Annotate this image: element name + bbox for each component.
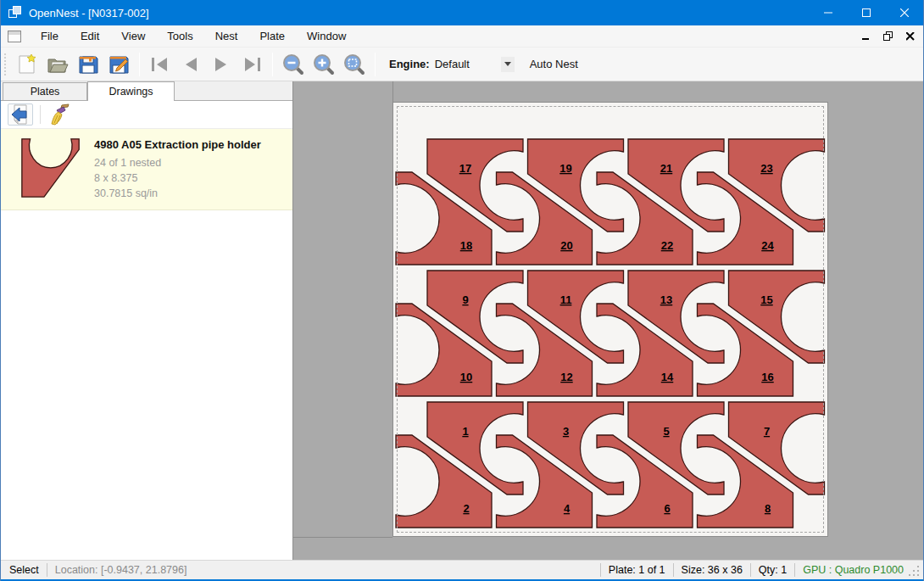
first-plate-button[interactable] [145, 50, 175, 79]
engine-dropdown-arrow-icon[interactable] [501, 57, 515, 72]
status-size: Size: 36 x 36 [682, 564, 743, 576]
nest-canvas[interactable]: 171819202122232491011121314151612345678 [293, 81, 923, 560]
drawing-title: 4980 A05 Extraction pipe holder [94, 138, 261, 151]
return-to-drawings-button[interactable] [8, 103, 33, 126]
status-qty: Qty: 1 [759, 564, 787, 576]
drawing-size: 8 x 8.375 [94, 170, 261, 186]
toolbar-separator [375, 53, 376, 76]
app-window: OpenNest - [N0317-002] File Edit View To… [0, 0, 924, 581]
drawings-toolbar [1, 101, 292, 129]
part-number: 13 [660, 293, 672, 306]
menu-plate[interactable]: Plate [248, 25, 296, 47]
drawing-list-item[interactable]: 4980 A05 Extraction pipe holder 24 of 1 … [1, 129, 292, 210]
minimize-button[interactable] [809, 0, 847, 25]
main-toolbar: Engine: Default Auto Nest [1, 47, 923, 81]
auto-nest-button[interactable]: Auto Nest [525, 54, 583, 74]
statusbar-separator [47, 563, 47, 577]
part-number: 2 [463, 502, 469, 515]
status-gpu: GPU : Quadro P1000 [803, 564, 904, 576]
toolbar-separator [40, 105, 41, 124]
statusbar-separator [794, 563, 795, 577]
clear-broom-button[interactable] [47, 103, 73, 126]
menu-view[interactable]: View [110, 25, 156, 47]
tab-plates[interactable]: Plates [3, 82, 87, 100]
part-number: 12 [560, 371, 572, 383]
plate-edge-guide [293, 537, 392, 538]
toolbar-grip [4, 53, 7, 75]
part-number: 19 [559, 162, 571, 175]
menu-tools[interactable]: Tools [156, 25, 203, 47]
drawing-area: 30.7815 sq/in [94, 186, 261, 201]
close-button[interactable] [885, 0, 923, 25]
part-number: 10 [460, 371, 472, 383]
window-title: OpenNest - [N0317-002] [29, 7, 149, 20]
drawing-nested-count: 24 of 1 nested [94, 155, 261, 170]
menu-nest[interactable]: Nest [204, 25, 249, 47]
menu-file[interactable]: File [30, 25, 70, 47]
part-number: 24 [761, 239, 774, 252]
statusbar-separator [750, 563, 751, 577]
zoom-out-button[interactable] [278, 50, 309, 79]
part-number: 17 [459, 162, 471, 175]
status-bar: Select Location: [-0.9437, 21.8796] Plat… [1, 560, 923, 579]
save-button[interactable] [73, 50, 103, 79]
child-close-button[interactable] [901, 28, 920, 45]
new-file-button[interactable] [12, 50, 42, 79]
part-number: 7 [764, 425, 770, 438]
save-as-button[interactable] [103, 50, 134, 79]
part-number: 6 [664, 502, 670, 515]
maximize-button[interactable] [847, 0, 885, 25]
previous-plate-button[interactable] [175, 50, 206, 79]
statusbar-separator [673, 563, 674, 577]
part-number: 3 [563, 425, 569, 438]
part-number: 16 [761, 371, 773, 383]
engine-label: Engine: [389, 58, 430, 70]
part-number: 1 [462, 425, 468, 438]
status-location: Location: [-0.9437, 21.8796] [55, 564, 187, 576]
part-number: 22 [661, 239, 673, 252]
next-plate-button[interactable] [206, 50, 237, 79]
zoom-extents-button[interactable] [339, 50, 370, 79]
part-number: 18 [460, 239, 472, 252]
open-file-button[interactable] [42, 50, 73, 79]
app-icon [8, 6, 22, 20]
plate[interactable]: 171819202122232491011121314151612345678 [392, 102, 828, 537]
part-number: 11 [560, 293, 572, 306]
part-number: 14 [661, 371, 674, 383]
part-number: 5 [663, 425, 669, 438]
toolbar-separator [272, 53, 273, 76]
title-bar: OpenNest - [N0317-002] [1, 0, 923, 25]
part-number: 21 [660, 162, 672, 175]
tab-strip: Plates Drawings [1, 81, 292, 101]
engine-combobox[interactable]: Default [435, 58, 501, 70]
status-mode: Select [9, 564, 39, 576]
part-number: 23 [760, 162, 772, 175]
toolbar-separator [139, 53, 140, 76]
last-plate-button[interactable] [237, 50, 267, 79]
plate-edge-guide [392, 81, 393, 102]
menu-window[interactable]: Window [296, 25, 357, 47]
part-number: 4 [564, 502, 571, 515]
menu-bar: File Edit View Tools Nest Plate Window [1, 25, 923, 47]
drawings-panel: Plates Drawings [1, 81, 293, 560]
part-number: 20 [560, 239, 572, 252]
zoom-in-button[interactable] [309, 50, 339, 79]
nested-parts: 171819202122232491011121314151612345678 [393, 103, 827, 536]
part-number: 15 [760, 293, 772, 306]
resize-grip[interactable] [909, 566, 921, 578]
part-number: 9 [462, 293, 468, 306]
document-icon[interactable] [8, 31, 21, 42]
child-restore-button[interactable] [879, 28, 898, 45]
child-minimize-button[interactable] [857, 28, 876, 45]
part-number: 8 [765, 502, 771, 515]
menu-edit[interactable]: Edit [70, 25, 110, 47]
statusbar-separator [600, 563, 601, 577]
part-thumbnail [16, 137, 87, 198]
tab-drawings[interactable]: Drawings [87, 81, 175, 101]
status-plate: Plate: 1 of 1 [609, 564, 665, 576]
